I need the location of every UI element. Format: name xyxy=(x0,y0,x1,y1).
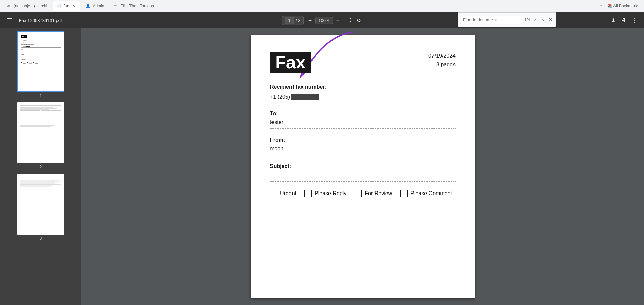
pdf-viewer[interactable]: Fax 07/19/2024 3 pages Recipient fax num… xyxy=(81,28,644,305)
subject-field: Subject: xyxy=(270,163,456,182)
thumbnail-1[interactable]: Fax 07/19/2024 3 pages Recipient fax num… xyxy=(3,31,79,98)
urgent-label: Urgent xyxy=(280,190,296,197)
thumbnail-number-2: 2 xyxy=(40,165,42,169)
recipient-label: Recipient fax number: xyxy=(270,84,456,90)
gmail-tab-label: (no subject) - archi xyxy=(14,4,47,8)
from-field: From: moon xyxy=(270,137,456,155)
toolbar-right-controls: ⬇ 🖨 ⋮ xyxy=(610,16,639,25)
find-next-button[interactable]: ∨ xyxy=(540,16,546,23)
find-prev-button[interactable]: ∧ xyxy=(532,16,538,23)
fax-meta: 07/19/2024 3 pages xyxy=(428,52,456,69)
fax-date: 07/19/2024 xyxy=(428,52,456,60)
more-options-button[interactable]: ⋮ xyxy=(630,16,639,25)
checkboxes-row: Urgent Please Reply For Review Please Co… xyxy=(270,190,456,197)
fax-pages: 3 pages xyxy=(428,60,456,69)
subject-label: Subject: xyxy=(270,163,456,169)
page-number-input[interactable] xyxy=(285,17,294,24)
for-review-label: For Review xyxy=(365,190,392,197)
mini-page-2 xyxy=(19,104,63,162)
download-button[interactable]: ⬇ xyxy=(610,16,617,25)
print-button[interactable]: 🖨 xyxy=(620,16,628,25)
fax-tab[interactable]: 📄 fax ✕ xyxy=(53,1,80,11)
nav-controls: » 📚 All Bookmarks xyxy=(598,3,641,9)
from-label: From: xyxy=(270,137,456,143)
main-area: Fax 07/19/2024 3 pages Recipient fax num… xyxy=(0,28,644,305)
please-reply-label: Please Reply xyxy=(315,190,346,197)
from-value: moon xyxy=(270,146,456,155)
to-label: To: xyxy=(270,110,456,117)
gmail-favicon: ✉ xyxy=(7,4,12,8)
find-close-button[interactable]: ✕ xyxy=(548,17,553,23)
recipient-field: Recipient fax number: +1 (205) xyxy=(270,84,456,102)
page-total: 3 xyxy=(298,18,301,23)
bookmarks-button[interactable]: 📚 All Bookmarks xyxy=(605,3,641,9)
fax-header: Fax 07/19/2024 3 pages xyxy=(270,52,456,73)
admin-tab-label: Admin xyxy=(93,4,104,8)
zoom-out-button[interactable]: − xyxy=(306,16,314,25)
checkbox-urgent: Urgent xyxy=(270,190,296,197)
fill-favicon: ✏ xyxy=(114,4,118,8)
admin-tab[interactable]: 👤 Admin xyxy=(82,1,108,11)
pdf-page-1: Fax 07/19/2024 3 pages Recipient fax num… xyxy=(251,35,475,298)
thumbnail-frame-2 xyxy=(17,102,64,163)
zoom-value: 100% xyxy=(315,17,333,24)
thumbnail-number-3: 3 xyxy=(40,236,42,241)
redacted-number xyxy=(291,94,319,100)
toolbar-title: Fax 12058789131.pdf xyxy=(19,18,62,23)
thumbnails-sidebar: Fax 07/19/2024 3 pages Recipient fax num… xyxy=(0,28,81,305)
thumbnail-2[interactable]: 2 xyxy=(3,102,79,169)
gmail-tab[interactable]: ✉ (no subject) - archi xyxy=(3,1,51,11)
thumbnail-number-1: 1 xyxy=(40,94,42,98)
fax-tab-close[interactable]: ✕ xyxy=(71,3,76,9)
fax-tab-label: fax xyxy=(63,4,69,8)
fax-favicon: 📄 xyxy=(57,4,61,8)
mini-page-3 xyxy=(19,175,63,233)
recipient-value: +1 (205) xyxy=(270,93,456,102)
recipient-prefix: +1 (205) xyxy=(270,94,290,100)
please-reply-checkbox[interactable] xyxy=(304,190,312,197)
checkbox-for-review: For Review xyxy=(355,190,392,197)
subject-value xyxy=(270,172,456,182)
toolbar-menu-button[interactable]: ☰ xyxy=(5,15,14,25)
fax-title-block: Fax xyxy=(270,52,311,73)
find-input[interactable] xyxy=(461,16,522,24)
to-field: To: tester xyxy=(270,110,456,129)
zoom-control: − 100% + xyxy=(306,16,342,25)
find-count: 1/4 xyxy=(524,17,530,22)
please-comment-label: Please Comment xyxy=(410,190,452,197)
to-value: tester xyxy=(270,119,456,129)
admin-favicon: 👤 xyxy=(86,4,90,8)
mini-fax-1: Fax 07/19/2024 3 pages Recipient fax num… xyxy=(19,33,63,90)
thumbnail-3[interactable]: 3 xyxy=(3,174,79,241)
more-tabs-button[interactable]: » xyxy=(598,3,605,9)
please-comment-checkbox[interactable] xyxy=(400,190,408,197)
thumbnail-frame-1: Fax 07/19/2024 3 pages Recipient fax num… xyxy=(17,31,64,92)
checkbox-please-comment: Please Comment xyxy=(400,190,452,197)
thumbnail-frame-3 xyxy=(17,174,64,235)
checkbox-please-reply: Please Reply xyxy=(304,190,346,197)
zoom-in-button[interactable]: + xyxy=(334,16,342,25)
rotate-button[interactable]: ↺ xyxy=(355,16,362,25)
urgent-checkbox[interactable] xyxy=(270,190,277,197)
for-review-checkbox[interactable] xyxy=(355,190,362,197)
presentation-button[interactable]: ⛶ xyxy=(344,16,353,25)
fill-tab-label: Fill - The effortless... xyxy=(120,4,157,8)
toolbar-center-controls: / 3 − 100% + ⛶ ↺ xyxy=(282,16,362,25)
browser-tab-bar: ✉ (no subject) - archi 📄 fax ✕ 👤 Admin ✏… xyxy=(0,0,644,12)
fill-tab[interactable]: ✏ Fill - The effortless... xyxy=(109,1,161,11)
page-indicator: / 3 xyxy=(282,16,304,25)
find-bar: 1/4 ∧ ∨ ✕ xyxy=(458,12,556,27)
